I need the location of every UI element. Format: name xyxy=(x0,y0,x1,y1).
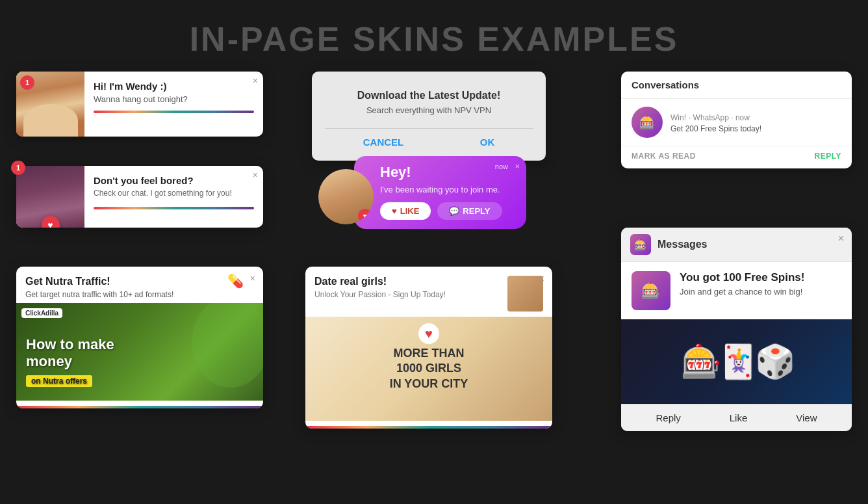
nutra-yellow-tag: on Nutra offers xyxy=(26,375,92,387)
card-bored-inner: ♥ × Don't you feel bored? Check our chat… xyxy=(16,166,263,228)
msg-footer: Reply Like View xyxy=(621,404,852,431)
hey-close[interactable]: × xyxy=(515,161,520,171)
msg-subtext: Join and get a chance to win big! xyxy=(680,287,804,297)
date-header: × Date real girls! Unlock Your Passion -… xyxy=(305,267,552,317)
card-bored: ♥ × Don't you feel bored? Check our chat… xyxy=(16,166,263,228)
bored-name: Don't you feel bored? xyxy=(94,175,254,186)
date-text-col: Date real girls! Unlock Your Passion - S… xyxy=(314,276,507,299)
nutra-close[interactable]: × xyxy=(250,273,255,284)
page-title: IN-PAGE SKINS EXAMPLES xyxy=(0,0,868,72)
hey-bubble: now × Hey! I've been waiting you to join… xyxy=(354,156,526,229)
chat-icon: 💬 xyxy=(449,206,459,216)
hey-subtitle: I've been waiting you to join me. xyxy=(380,185,516,194)
conv-text: Win! · WhatsApp · now Get 200 Free Spins… xyxy=(670,112,841,133)
bored-avatar-col: ♥ xyxy=(16,166,84,228)
conv-avatar: 🎰 xyxy=(632,107,663,138)
conv-name: Win! · WhatsApp · now xyxy=(670,112,841,122)
conv-reply-button[interactable]: REPLY xyxy=(815,152,841,161)
msg-avatar: 🎰 xyxy=(632,271,670,310)
nutra-big-text-line1: How to make xyxy=(26,336,114,352)
slots-header-icon: 🎰 xyxy=(634,239,647,251)
bored-badge: 1 xyxy=(11,161,25,175)
wendy-avatar-col: 1 xyxy=(16,72,84,137)
nutra-big-text: How to make money on Nutra offers xyxy=(26,336,114,388)
nutra-big-text-line2: money xyxy=(26,353,72,369)
date-rainbow-bar xyxy=(305,426,552,429)
slots-icon: 🎰 xyxy=(639,114,656,130)
hey-reply-label: REPLY xyxy=(463,206,490,216)
card-date: × Date real girls! Unlock Your Passion -… xyxy=(305,267,552,429)
chips-icon: 🎰🃏🎲 xyxy=(681,343,792,380)
msg-reply-button[interactable]: Reply xyxy=(656,412,680,423)
download-cancel-button[interactable]: CANCEL xyxy=(363,137,404,148)
msg-view-button[interactable]: View xyxy=(796,412,817,423)
mark-read-button[interactable]: MARK AS READ xyxy=(632,152,696,161)
card-conv: Conversations 🎰 Win! · WhatsApp · now Ge… xyxy=(621,72,852,168)
nutra-title: Get Nutra Traffic! xyxy=(25,276,254,287)
date-overlay-text: MORE THAN1000 GIRLSIN YOUR CITY xyxy=(390,346,468,391)
card-hey: ♥ now × Hey! I've been waiting you to jo… xyxy=(318,156,526,229)
msg-body: 🎰 You got 100 Free Spins! Join and get a… xyxy=(621,262,852,319)
cards-container: 1 × Hi! I'm Wendy :) Wanna hang out toni… xyxy=(0,72,868,504)
card-download: Download the Latest Update! Search every… xyxy=(312,72,546,161)
date-title: Date real girls! xyxy=(314,276,507,287)
bored-close[interactable]: × xyxy=(253,170,258,180)
msg-header: 🎰 Messages × xyxy=(621,228,852,262)
download-subtitle: Search everything with NPV VPN xyxy=(325,105,533,115)
wendy-close[interactable]: × xyxy=(253,75,258,86)
bored-subtitle: Check our chat. I got something for you! xyxy=(94,189,254,198)
card-wendy: 1 × Hi! I'm Wendy :) Wanna hang out toni… xyxy=(16,72,263,137)
nutra-image-area: ClickAdilla How to make money on Nutra o… xyxy=(16,303,263,401)
nutra-header: 💊 × Get Nutra Traffic! Get target nutra … xyxy=(16,267,263,303)
wendy-badge: 1 xyxy=(20,75,34,90)
msg-like-button[interactable]: Like xyxy=(730,412,748,423)
pill-icon: 💊 xyxy=(227,273,244,289)
date-heart-icon: ♥ xyxy=(418,323,439,344)
bored-rainbow-bar xyxy=(94,207,254,209)
download-title: Download the Latest Update! xyxy=(325,90,533,101)
wendy-rainbow-bar xyxy=(94,111,254,113)
wendy-name: Hi! I'm Wendy :) xyxy=(94,81,254,92)
conv-msg: Get 200 Free Spins today! xyxy=(670,124,841,133)
wendy-subtitle: Wanna hang out tonight? xyxy=(94,94,254,104)
msg-header-icon: 🎰 xyxy=(630,234,651,255)
nutra-subtitle: Get target nutra traffic with 10+ ad for… xyxy=(25,290,254,299)
heart-icon: ♥ xyxy=(392,206,397,216)
hey-like-button[interactable]: ♥ LIKE xyxy=(380,202,431,220)
card-nutra: 💊 × Get Nutra Traffic! Get target nutra … xyxy=(16,267,263,408)
date-close[interactable]: × xyxy=(539,273,544,285)
hey-avatar: ♥ xyxy=(318,169,374,224)
conv-from: · WhatsApp · now xyxy=(689,113,750,122)
date-image-area: ♥ MORE THAN1000 GIRLSIN YOUR CITY xyxy=(305,317,552,421)
msg-header-title: Messages xyxy=(657,239,843,250)
hey-reply-button[interactable]: 💬 REPLY xyxy=(437,202,502,220)
msg-casino-image: 🎰🃏🎲 xyxy=(621,319,852,404)
download-btn-row: CANCEL OK xyxy=(325,128,533,148)
conv-header: Conversations xyxy=(621,72,852,99)
nutra-rainbow-bar xyxy=(16,406,263,408)
date-subtitle: Unlock Your Passion - Sign Up Today! xyxy=(314,290,507,299)
conv-item: 🎰 Win! · WhatsApp · now Get 200 Free Spi… xyxy=(621,99,852,146)
wendy-content: × Hi! I'm Wendy :) Wanna hang out tonigh… xyxy=(84,72,263,137)
card-msg: 🎰 Messages × 🎰 You got 100 Free Spins! J… xyxy=(621,228,852,431)
msg-heading: You got 100 Free Spins! xyxy=(680,271,804,284)
slots-body-icon: 🎰 xyxy=(641,282,661,300)
nutra-brand: ClickAdilla xyxy=(21,308,62,318)
hey-heart-pin: ♥ xyxy=(358,209,372,223)
msg-text: You got 100 Free Spins! Join and get a c… xyxy=(680,271,804,297)
hey-like-label: LIKE xyxy=(400,206,420,216)
download-ok-button[interactable]: OK xyxy=(480,137,495,148)
msg-close[interactable]: × xyxy=(838,233,844,245)
hey-now-tag: now xyxy=(495,163,508,170)
bored-content: × Don't you feel bored? Check our chat. … xyxy=(84,166,263,228)
conv-footer: MARK AS READ REPLY xyxy=(621,146,852,168)
hey-btn-row: ♥ LIKE 💬 REPLY xyxy=(380,202,516,220)
conv-name-main: Win! xyxy=(670,113,686,122)
